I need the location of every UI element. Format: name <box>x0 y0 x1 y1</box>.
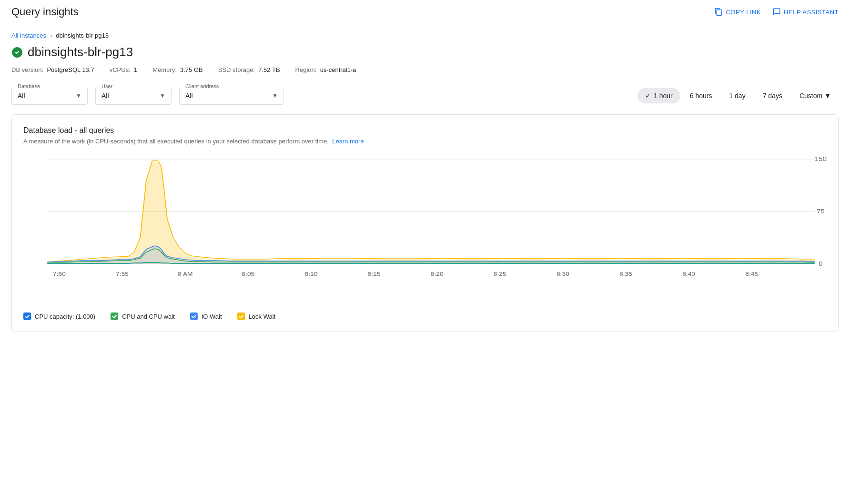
instance-name: dbinsights-blr-pg13 <box>28 45 133 60</box>
custom-arrow-icon: ▼ <box>824 92 831 100</box>
time-custom-button[interactable]: Custom ▼ <box>792 88 839 103</box>
legend-lock-wait: Lock Wait <box>237 312 276 320</box>
help-assistant-icon <box>772 8 781 16</box>
vcpus-info: vCPUs: 1 <box>110 66 138 73</box>
cpu-capacity-label: CPU capacity: (1.000) <box>35 313 95 320</box>
breadcrumb: All instances › dbinsights-blr-pg13 <box>0 24 850 43</box>
svg-text:8:30: 8:30 <box>557 271 569 277</box>
legend-io-wait: IO Wait <box>190 312 222 320</box>
help-assistant-button[interactable]: HELP ASSISTANT <box>772 8 839 16</box>
filters-row: Database All ▼ User All ▼ Client address… <box>0 81 850 111</box>
cpu-wait-checkbox[interactable] <box>111 312 118 320</box>
user-arrow-icon: ▼ <box>160 92 165 99</box>
instance-info-bar: DB version: PostgreSQL 13.7 vCPUs: 1 Mem… <box>0 64 850 81</box>
svg-text:8:40: 8:40 <box>682 271 695 277</box>
check-icon <box>191 313 197 319</box>
breadcrumb-separator: › <box>50 32 52 39</box>
time-1hour-button[interactable]: ✓ 1 hour <box>638 88 680 103</box>
database-select[interactable]: Database All ▼ <box>11 87 88 105</box>
breadcrumb-current: dbinsights-blr-pg13 <box>56 32 109 39</box>
svg-text:8:45: 8:45 <box>745 271 758 277</box>
time-7days-button[interactable]: 7 days <box>755 88 790 103</box>
client-address-value: All <box>185 92 193 100</box>
chart-area: 150 75 0 7:50 7:55 8 AM 8:05 8:10 8:15 8… <box>23 154 827 307</box>
io-wait-checkbox[interactable] <box>190 312 198 320</box>
help-assistant-label: HELP ASSISTANT <box>784 9 839 16</box>
card-description: A measure of the work (in CPU-seconds) t… <box>23 138 827 145</box>
time-1day-button[interactable]: 1 day <box>721 88 753 103</box>
svg-text:8:25: 8:25 <box>494 271 506 277</box>
database-value: All <box>18 92 25 100</box>
chart-legend: CPU capacity: (1.000) CPU and CPU wait I… <box>23 307 827 320</box>
svg-text:8:05: 8:05 <box>242 271 254 277</box>
io-wait-label: IO Wait <box>202 313 222 320</box>
page-title: Query insights <box>11 6 79 18</box>
check-icon <box>24 313 30 319</box>
legend-cpu-wait: CPU and CPU wait <box>111 312 175 320</box>
check-icon <box>238 313 244 319</box>
instance-header: dbinsights-blr-pg13 <box>0 43 850 64</box>
header-actions: COPY LINK HELP ASSISTANT <box>714 8 839 16</box>
svg-text:8:10: 8:10 <box>304 271 317 277</box>
svg-text:7:50: 7:50 <box>53 271 66 277</box>
checkmark-icon: ✓ <box>645 92 651 100</box>
memory-info: Memory: 3.75 GB <box>152 66 203 73</box>
svg-text:75: 75 <box>817 208 825 214</box>
svg-text:150: 150 <box>815 156 827 162</box>
page-header: Query insights COPY LINK HELP ASSISTANT <box>0 0 850 24</box>
svg-text:8:35: 8:35 <box>619 271 632 277</box>
db-version-info: DB version: PostgreSQL 13.7 <box>11 66 94 73</box>
legend-cpu-capacity: CPU capacity: (1.000) <box>23 312 95 320</box>
svg-text:7:55: 7:55 <box>116 271 129 277</box>
copy-link-button[interactable]: COPY LINK <box>714 8 761 16</box>
check-icon <box>111 313 117 319</box>
chart-svg: 150 75 0 7:50 7:55 8 AM 8:05 8:10 8:15 8… <box>23 154 827 307</box>
lock-wait-checkbox[interactable] <box>237 312 245 320</box>
lock-wait-label: Lock Wait <box>249 313 276 320</box>
svg-text:8:20: 8:20 <box>431 271 444 277</box>
client-address-arrow-icon: ▼ <box>272 92 278 99</box>
svg-text:8 AM: 8 AM <box>178 271 193 277</box>
database-arrow-icon: ▼ <box>76 92 81 99</box>
breadcrumb-all-instances[interactable]: All instances <box>11 32 46 39</box>
cpu-wait-label: CPU and CPU wait <box>122 313 175 320</box>
status-healthy-icon <box>11 47 23 58</box>
database-load-card: Database load - all queries A measure of… <box>11 114 839 332</box>
svg-text:8:15: 8:15 <box>368 271 381 277</box>
user-select[interactable]: User All ▼ <box>95 87 172 105</box>
card-title: Database load - all queries <box>23 126 827 135</box>
copy-link-icon <box>714 8 723 16</box>
user-label: User <box>100 83 114 89</box>
client-address-select[interactable]: Client address All ▼ <box>179 87 284 105</box>
storage-info: SSD storage: 7.52 TB <box>218 66 280 73</box>
database-label: Database <box>16 83 42 89</box>
time-range-selector: ✓ 1 hour 6 hours 1 day 7 days Custom ▼ <box>638 88 839 103</box>
user-value: All <box>101 92 109 100</box>
svg-text:0: 0 <box>819 261 823 267</box>
copy-link-label: COPY LINK <box>726 9 761 16</box>
learn-more-link[interactable]: Learn more <box>332 138 364 145</box>
cpu-capacity-checkbox[interactable] <box>23 312 31 320</box>
time-6hours-button[interactable]: 6 hours <box>682 88 720 103</box>
region-info: Region: us-central1-a <box>295 66 356 73</box>
client-address-label: Client address <box>183 83 221 89</box>
